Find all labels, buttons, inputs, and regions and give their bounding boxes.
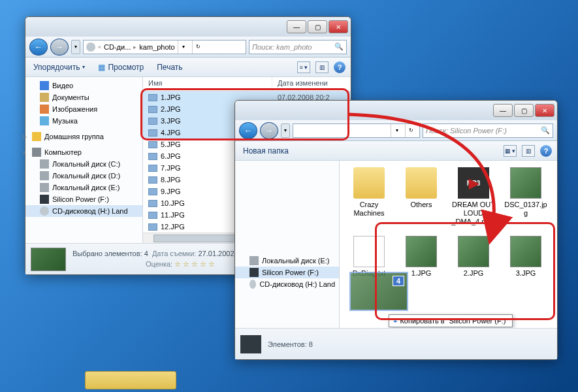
item-name: 2.JPG: [464, 269, 484, 278]
nav-lib-item[interactable]: Изображения: [25, 103, 142, 115]
nav-lib-item[interactable]: Документы: [25, 91, 142, 103]
col-date[interactable]: Дата изменени: [272, 77, 351, 91]
file-name: 8.JPG: [161, 176, 181, 184]
breadcrumb-sep: ▸: [133, 44, 136, 50]
nav-drive-item[interactable]: Локальный диск (E:): [25, 182, 142, 193]
lib-label: Видео: [52, 82, 73, 90]
titlebar[interactable]: — ▢ ✕: [25, 17, 351, 37]
newfolder-button[interactable]: Новая папка: [240, 145, 291, 157]
address-dropdown[interactable]: ▾: [178, 41, 189, 54]
nav-computer[interactable]: ▿Компьютер: [25, 146, 142, 158]
nav-homegroup[interactable]: ▷Домашняя группа: [25, 131, 142, 142]
drive-label: CD-дисковод (H:) Land: [52, 207, 128, 215]
nav-history-dropdown[interactable]: ▾: [71, 40, 80, 54]
address-refresh[interactable]: ↻: [192, 41, 204, 54]
forward-button[interactable]: →: [260, 122, 278, 139]
nav-pane[interactable]: Локальный диск (E:)Silicon Power (F:)CD-…: [235, 161, 340, 328]
lib-icon: [40, 116, 49, 125]
computer-icon: [32, 148, 41, 157]
drag-ghost: 4: [349, 272, 408, 311]
column-headers[interactable]: Имя Дата изменени: [143, 77, 351, 91]
homegroup-icon: [32, 132, 41, 141]
address-bar[interactable]: ▾ ↻: [293, 123, 420, 138]
nav-drive-item[interactable]: Локальный диск (C:): [25, 158, 142, 170]
drive-icon: [40, 183, 49, 192]
view-mode-button[interactable]: ▦ ▾: [504, 145, 517, 157]
drive-icon: [40, 206, 49, 216]
toolbar: Новая папка ▦ ▾ ▥ ?: [235, 141, 557, 161]
close-button[interactable]: ✕: [535, 104, 554, 117]
col-name[interactable]: Имя: [143, 77, 272, 91]
maximize-button[interactable]: ▢: [308, 20, 327, 33]
address-dropdown[interactable]: ▾: [391, 124, 402, 137]
search-icon[interactable]: 🔍: [541, 126, 550, 135]
toolbar: Упорядочить▾ ▦Просмотр Печать ≡ ▾ ▥ ?: [25, 57, 351, 77]
forward-button[interactable]: →: [50, 39, 69, 56]
mp3-icon: MP3: [458, 167, 489, 199]
maximize-button[interactable]: ▢: [514, 104, 534, 117]
print-button[interactable]: Печать: [154, 61, 185, 73]
explorer-window-target[interactable]: — ▢ ✕ ← → ▾ ▾ ↻ Поиск: Silicon Power (F:…: [234, 100, 558, 360]
txt-icon: [353, 236, 385, 267]
minimize-button[interactable]: —: [493, 104, 513, 117]
image-icon: [148, 106, 157, 113]
minimize-button[interactable]: —: [287, 20, 306, 33]
search-icon[interactable]: 🔍: [334, 42, 344, 51]
back-button[interactable]: ←: [29, 39, 48, 56]
breadcrumb-1[interactable]: CD-ди...: [104, 43, 131, 51]
nav-drive-item[interactable]: Локальный диск (E:): [235, 255, 339, 267]
titlebar[interactable]: — ▢ ✕: [235, 101, 557, 120]
drive-icon: [249, 268, 259, 277]
help-icon[interactable]: ?: [334, 61, 345, 73]
preview-pane-button[interactable]: ▥: [315, 61, 329, 73]
file-name: 7.JPG: [161, 164, 181, 172]
grid-item[interactable]: Crazy Machines: [346, 167, 392, 227]
item-name: 1.JPG: [411, 269, 432, 278]
view-mode-button[interactable]: ≡ ▾: [297, 61, 310, 73]
image-icon: [148, 176, 157, 184]
drive-label: Silicon Power (F:): [52, 195, 109, 203]
nav-lib-item[interactable]: Музыка: [25, 115, 142, 127]
grid-item[interactable]: MP3DREAM OUT LOUD _DMA_4.mp3: [451, 167, 496, 227]
search-placeholder: Поиск: Silicon Power (F:): [426, 127, 507, 135]
drive-icon: [249, 280, 256, 289]
preview-pane-button[interactable]: ▥: [522, 145, 535, 157]
search-input[interactable]: Поиск: kam_photo 🔍: [249, 40, 347, 54]
close-button[interactable]: ✕: [329, 20, 348, 33]
drive-label: CD-дисковод (H:) Land: [259, 280, 335, 288]
lib-icon: [40, 93, 49, 102]
nav-pane[interactable]: ВидеоДокументыИзображенияМузыка ▷Домашня…: [25, 77, 143, 243]
help-icon[interactable]: ?: [540, 145, 552, 157]
nav-drive-item[interactable]: CD-дисковод (H:) Land: [25, 205, 142, 217]
drive-label: Silicon Power (F:): [262, 269, 319, 276]
drive-icon: [240, 335, 261, 353]
nav-drive-item[interactable]: Silicon Power (F:): [25, 193, 142, 205]
grid-item[interactable]: 2.JPG: [451, 236, 496, 278]
address-refresh[interactable]: ↻: [405, 124, 417, 137]
file-name: 3.JPG: [161, 117, 181, 125]
search-placeholder: Поиск: kam_photo: [252, 43, 312, 51]
breadcrumb-sep: «: [98, 44, 101, 50]
taskbar-button[interactable]: [85, 371, 176, 389]
address-bar[interactable]: « CD-ди... ▸ kam_photo ▾ ↻: [83, 40, 246, 54]
nav-drive-item[interactable]: Silicon Power (F:): [235, 267, 339, 278]
nav-drive-item[interactable]: CD-дисковод (H:) Land: [235, 278, 339, 290]
organize-button[interactable]: Упорядочить▾: [31, 61, 88, 73]
nav-drive-item[interactable]: Локальный диск (D:): [25, 170, 142, 182]
status-count: Элементов: 8: [268, 340, 313, 348]
search-input[interactable]: Поиск: Silicon Power (F:) 🔍: [423, 123, 553, 138]
nav-history-dropdown[interactable]: ▾: [281, 123, 290, 138]
icon-view[interactable]: Crazy MachinesOthersMP3DREAM OUT LOUD _D…: [340, 161, 557, 328]
grid-item[interactable]: 3.JPG: [503, 236, 549, 278]
item-name: 3.JPG: [516, 269, 536, 278]
grid-item[interactable]: DSC_0137.jpg: [503, 167, 549, 227]
plus-icon: +: [393, 317, 397, 325]
cd-icon: [86, 42, 95, 52]
nav-lib-item[interactable]: Видео: [25, 80, 142, 91]
grid-item[interactable]: Others: [398, 167, 444, 227]
breadcrumb-2[interactable]: kam_photo: [139, 43, 174, 51]
file-name: 12.JPG: [161, 223, 185, 231]
back-button[interactable]: ←: [239, 122, 257, 139]
thumbnail: [31, 248, 66, 271]
preview-button[interactable]: ▦Просмотр: [95, 61, 146, 73]
